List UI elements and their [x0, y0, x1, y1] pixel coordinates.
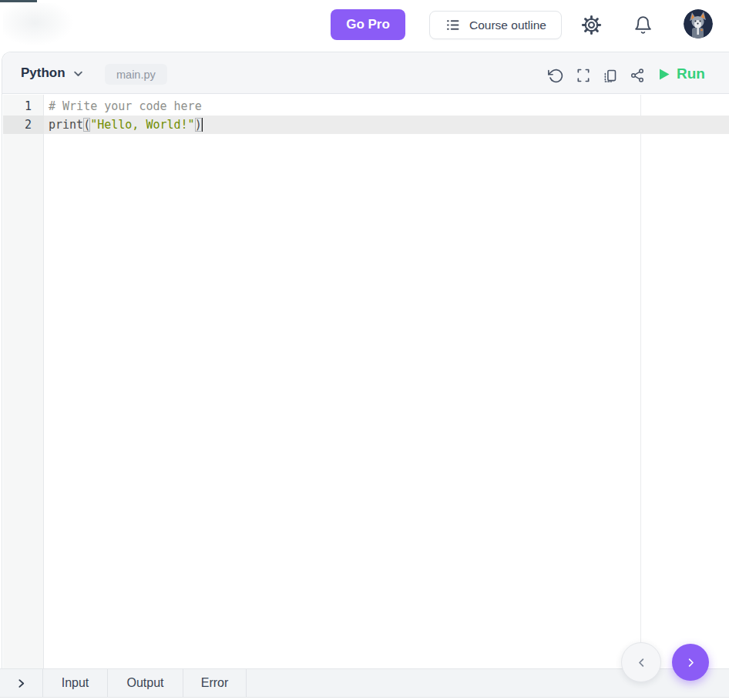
course-outline-label: Course outline — [469, 18, 546, 32]
course-outline-list-icon — [445, 17, 461, 33]
file-tab-main-py[interactable]: main.py — [105, 64, 167, 85]
previous-lesson-button[interactable] — [621, 642, 661, 682]
code-line-active[interactable]: 2 print("Hello, World!") — [3, 116, 729, 134]
console-expand-button[interactable] — [0, 669, 43, 697]
editor-right-divider — [640, 95, 641, 668]
user-avatar[interactable] — [684, 9, 713, 39]
share-button[interactable] — [626, 64, 649, 87]
run-label: Run — [677, 65, 705, 82]
line-number: 1 — [3, 97, 44, 116]
tab-output[interactable]: Output — [108, 669, 183, 697]
reset-code-button[interactable] — [544, 64, 567, 87]
editor-panel: Python main.py — [2, 52, 729, 668]
avatar-image — [684, 9, 713, 39]
editor-toolbar: Python main.py — [2, 52, 729, 94]
code-token-bracket: ) — [195, 118, 202, 132]
code-token-string: "Hello, World!" — [90, 118, 194, 132]
gear-icon — [581, 15, 602, 35]
code-token-bracket: ( — [83, 118, 90, 132]
code-token: # Write your code here — [49, 99, 202, 113]
chevron-left-icon — [636, 657, 647, 668]
language-label: Python — [21, 65, 66, 81]
tab-error[interactable]: Error — [183, 669, 247, 697]
line-number: 2 — [3, 116, 44, 134]
bell-icon — [633, 15, 653, 35]
code-text: # Write your code here — [44, 97, 202, 116]
share-icon — [630, 68, 645, 83]
code-editor[interactable]: 1 # Write your code here 2 print("Hello,… — [3, 95, 729, 668]
chevron-right-icon — [685, 657, 697, 668]
console-bar: Input Output Error — [0, 668, 729, 698]
code-line[interactable]: 1 # Write your code here — [3, 97, 729, 116]
settings-button[interactable] — [579, 12, 603, 37]
next-lesson-button[interactable] — [672, 644, 709, 681]
site-logo[interactable] — [3, 3, 74, 46]
code-lines: 1 # Write your code here 2 print("Hello,… — [3, 97, 729, 134]
notifications-button[interactable] — [630, 12, 655, 37]
reset-code-icon — [548, 68, 564, 84]
code-token: print — [49, 118, 83, 132]
chevron-down-icon — [72, 68, 84, 79]
chevron-right-icon — [16, 678, 26, 688]
line-number-gutter — [3, 95, 44, 668]
text-cursor — [202, 118, 203, 132]
go-pro-button[interactable]: Go Pro — [331, 9, 405, 40]
code-text: print("Hello, World!") — [44, 116, 203, 134]
copy-code-button[interactable] — [598, 64, 621, 87]
app-header: Go Pro Course outline — [0, 0, 729, 52]
top-accent-bar — [0, 0, 37, 2]
course-outline-button[interactable]: Course outline — [429, 11, 562, 39]
fullscreen-icon — [576, 68, 591, 83]
run-play-icon — [659, 69, 670, 80]
copy-code-icon — [602, 68, 618, 84]
fullscreen-button[interactable] — [572, 64, 595, 87]
run-button[interactable]: Run — [659, 62, 705, 86]
language-selector[interactable]: Python — [21, 62, 84, 85]
file-name-label: main.py — [116, 69, 156, 81]
tab-input[interactable]: Input — [43, 669, 108, 697]
